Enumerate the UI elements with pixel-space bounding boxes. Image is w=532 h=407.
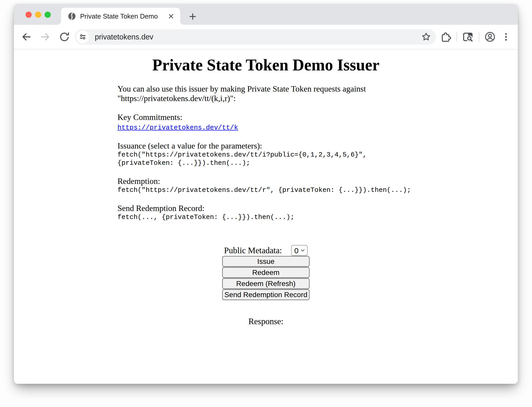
key-commitments-label: Key Commitments: [117,112,414,122]
send-rr-label: Send Redemption Record: [117,204,414,213]
bookmark-star-icon[interactable] [420,31,432,43]
redeem-button[interactable]: Redeem [222,267,310,278]
toolbar-divider [457,32,457,42]
response-label: Response: [14,317,518,326]
public-metadata-value: 0 [294,246,299,255]
back-icon[interactable] [20,31,32,43]
key-commitments-section: Key Commitments: https://privatetokens.d… [117,112,414,132]
content-column: You can also use this issuer by making P… [117,84,414,221]
minimize-window-button[interactable] [35,12,41,18]
toolbar-divider [479,32,479,42]
intro-line: "https://privatetokens.dev/tt/(k,i,r)": [117,94,414,103]
url-bar[interactable]: privatetokens.dev [75,29,436,45]
page-title: Private State Token Demo Issuer [14,55,518,75]
traffic-lights [26,12,51,18]
tab-title: Private State Token Demo [80,12,167,20]
public-metadata-label: Public Metadata: [224,246,282,255]
chevron-down-icon [300,249,305,252]
browser-window: Private State Token Demo [14,4,518,384]
browser-tab[interactable]: Private State Token Demo [61,8,180,25]
redemption-section: Redemption: fetch("https://privatetokens… [117,176,414,194]
page-content: Private State Token Demo Issuer You can … [14,50,518,383]
profile-icon[interactable] [484,31,496,43]
send-redemption-record-button[interactable]: Send Redemption Record [222,289,310,300]
new-tab-button[interactable] [186,10,199,23]
issuance-code-line: {privateToken: {...}}).then(...); [117,159,414,167]
url-text[interactable]: privatetokens.dev [95,33,420,41]
side-panel-search-icon[interactable] [462,31,474,43]
issue-button[interactable]: Issue [222,256,310,267]
browser-toolbar: privatetokens.dev [14,25,518,50]
intro-paragraph: You can also use this issuer by making P… [117,84,414,103]
public-metadata-row: Public Metadata: 0 [14,245,518,256]
intro-line: You can also use this issuer by making P… [117,84,414,94]
reload-icon[interactable] [58,31,71,43]
globe-favicon-icon [68,12,76,20]
tab-close-icon[interactable] [167,12,175,21]
tab-curve-left [57,21,61,25]
send-rr-section: Send Redemption Record: fetch(..., {priv… [117,204,414,221]
tab-strip: Private State Token Demo [14,4,518,25]
key-commitments-link[interactable]: https://privatetokens.dev/tt/k [117,124,238,132]
menu-kebab-icon[interactable] [500,31,512,43]
redemption-code-line: fetch("https://privatetokens.dev/tt/r", … [117,186,414,194]
forward-icon[interactable] [39,31,52,43]
tab-curve-right [180,21,184,25]
issuance-section: Issuance (select a value for the paramet… [117,141,414,167]
public-metadata-select[interactable]: 0 [291,245,308,256]
controls: Public Metadata: 0 Issue Redeem Redeem (… [14,245,518,326]
redeem-refresh-button[interactable]: Redeem (Refresh) [222,278,310,289]
zoom-window-button[interactable] [45,12,51,18]
issuance-code-line: fetch("https://privatetokens.dev/tt/i?pu… [117,151,414,159]
close-window-button[interactable] [26,12,32,18]
issuance-label: Issuance (select a value for the paramet… [117,141,414,151]
extensions-icon[interactable] [440,31,452,43]
redemption-label: Redemption: [117,176,414,186]
site-settings-icon[interactable] [76,30,89,43]
send-rr-code-line: fetch(..., {privateToken: {...}}).then(.… [117,213,414,221]
